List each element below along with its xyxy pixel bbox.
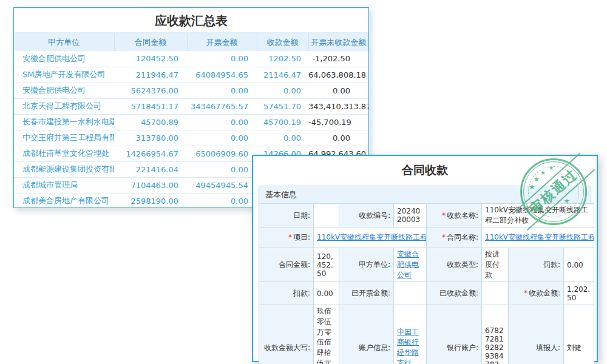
amount-cell: 313780.00 [114,130,187,146]
reporter-value: 刘健 [564,305,594,364]
company-cell[interactable]: 成都能源建设集团投资有限公 [14,161,114,177]
amount-words-label: 收款金额大写: [259,305,314,364]
amount-cell: 45700.89 [114,114,187,130]
deduction-value: 0.00 [314,282,339,305]
bank-account-value: 6782728192829384782 [482,305,509,364]
amount-cell: 57451.70 [257,98,308,114]
form-title: 合同收款 [253,163,597,178]
party-a-link[interactable]: 安徽合肥供电公司 [397,250,419,279]
column-header-party: 甲方单位 [14,33,114,51]
amount-cell: 343,410,313.87 [308,98,368,114]
amount-cell: 65006909.60 [187,146,257,161]
table-row: 安徽合肥供电公司5624376.000.000.000.00 [14,83,368,98]
amount-cell: 14266954.67 [114,146,187,161]
account-info-link[interactable]: 中国工商银行经华路支行 [397,328,419,364]
collected-amount-value [482,282,509,305]
required-icon: * [442,233,446,241]
date-label: 日期: [259,204,314,228]
amount-cell: 7104463.00 [114,177,187,193]
amount-cell: 0.00 [187,114,257,130]
amount-cell: 343467765.57 [187,98,257,114]
section-header-basic-info: 基本信息 [259,186,591,203]
project-link[interactable]: 110kV安徽线程集变开断线路工程 [317,233,427,241]
form-row-3: 合同金额: 120,452.50 甲方单位: 安徽合肥供电公司 收款类型: 按进… [259,248,594,282]
amount-cell: 0.00 [257,130,308,146]
amount-cell: 45700.19 [257,114,308,130]
company-cell[interactable]: 北京天得工程有限公司 [14,98,114,114]
amount-words-value: 玖佰零伍万零伍佰肆拾伍元伍角整 [314,305,339,364]
amount-cell: 64,063,808.18 [308,67,368,83]
amount-cell: 64084954.65 [187,67,257,83]
contract-amount-value: 120,452.50 [314,248,339,282]
form-row-2: *项目: 110kV安徽线程集变开断线路工程 *合同名称: 110kV安徽线程集… [259,228,594,248]
receipt-form-table: 日期: 收款编号: 2024020003 *收款名称: 110kV安徽线程集变开… [259,203,594,364]
amount-cell: 0.00 [187,51,257,67]
receipt-type-value: 按进度付款 [482,248,509,282]
party-a-value: 安徽合肥供电公司 [394,248,427,282]
column-header-invoiced-amount: 开票金额 [187,33,257,51]
project-label: *项目: [259,228,314,248]
table-row: 安徽合肥供电公司120452.500.001202.50-1,202.50 [14,51,368,67]
invoiced-amount-label: 已开票金额: [339,282,394,305]
amount-cell: 0.00 [308,130,368,146]
company-cell[interactable]: 成都杜甫草堂文化管理处 [14,146,114,161]
party-a-label: 甲方单位: [339,248,394,282]
project-value: 110kV安徽线程集变开断线路工程 [314,228,427,248]
column-header-contract-amount: 合同金额 [114,33,187,51]
contract-name-value: 110kV安徽线程集变开断线路工程 [482,228,594,248]
amount-cell: 2598190.00 [114,193,187,208]
amount-cell: 5624376.00 [114,83,187,98]
account-info-value: 中国工商银行经华路支行 [394,305,427,364]
contract-amount-label: 合同金额: [259,248,314,282]
contract-name-label: *合同名称: [427,228,482,248]
company-cell[interactable]: 中交王府井第三工程局有限公 [14,130,114,146]
form-row-4: 扣款: 0.00 已开票金额: 已收款金额: *收款金额: 1,202.50 [259,282,594,305]
required-icon: * [288,233,292,241]
amount-cell: 0.00 [187,193,257,208]
amount-cell: 49454945.54 [187,177,257,193]
form-row-1: 日期: 收款编号: 2024020003 *收款名称: 110kV安徽线程集变开… [259,204,594,228]
collected-amount-label: 已收款金额: [427,282,482,305]
amount-cell: 221416.04 [114,161,187,177]
date-value [314,204,339,228]
amount-cell: 1202.50 [257,51,308,67]
receipt-type-label: 收款类型: [427,248,482,282]
company-cell[interactable]: 安徽合肥供电公司 [14,51,114,67]
company-cell[interactable]: 安徽合肥供电公司 [14,83,114,98]
amount-cell: 0.00 [187,83,257,98]
amount-cell: 5718451.17 [114,98,187,114]
amount-cell: 211946.47 [114,67,187,83]
reporter-label: 填报人: [509,305,564,364]
company-cell[interactable]: 成都美合房地产有限公司 [14,193,114,208]
bank-account-label: 银行账户: [427,305,482,364]
receipt-amount-value: 1,202.50 [564,282,594,305]
receipt-name-label: *收款名称: [427,204,482,228]
invoiced-amount-value [394,282,427,305]
table-row: 中交王府井第三工程局有限公313780.000.000.000.00 [14,130,368,146]
penalty-value: 0.00 [564,248,594,282]
form-row-5: 收款金额大写: 玖佰零伍万零伍佰肆拾伍元伍角整 账户信息: 中国工商银行经华路支… [259,305,594,364]
amount-cell: 120452.50 [114,51,187,67]
table-row: SM房地产开发有限公司211946.4764084954.6521146.476… [14,67,368,83]
receipt-amount-label: *收款金额: [509,282,564,305]
receipt-no-value: 2024020003 [394,204,427,228]
receipt-no-label: 收款编号: [339,204,394,228]
table-row: 北京天得工程有限公司5718451.17343467765.5757451.70… [14,98,368,114]
table-header-row: 甲方单位 合同金额 开票金额 收款金额 开票未收款金额 [14,33,368,51]
column-header-collected-amount: 收款金额 [257,33,308,51]
contract-name-link[interactable]: 110kV安徽线程集变开断线路工程 [485,233,594,241]
amount-cell: 0.00 [187,130,257,146]
required-icon: * [524,289,527,297]
company-cell[interactable]: 成都城市管理局 [14,177,114,193]
required-icon: * [442,211,446,220]
deduction-label: 扣款: [259,282,314,305]
amount-cell: 0.00 [308,83,368,98]
amount-cell: 21146.47 [257,67,308,83]
company-cell[interactable]: 长春市建投第一水利水电建设 [14,114,114,130]
account-info-label: 账户信息: [339,305,394,364]
summary-title: 应收款汇总表 [14,8,368,33]
amount-cell: 0.00 [187,161,257,177]
amount-cell: 0.00 [257,83,308,98]
company-cell[interactable]: SM房地产开发有限公司 [14,67,114,83]
contract-receipt-panel: 合同收款 基本信息 日期: 收款编号: 2024020003 *收款名称: 11… [252,155,598,362]
